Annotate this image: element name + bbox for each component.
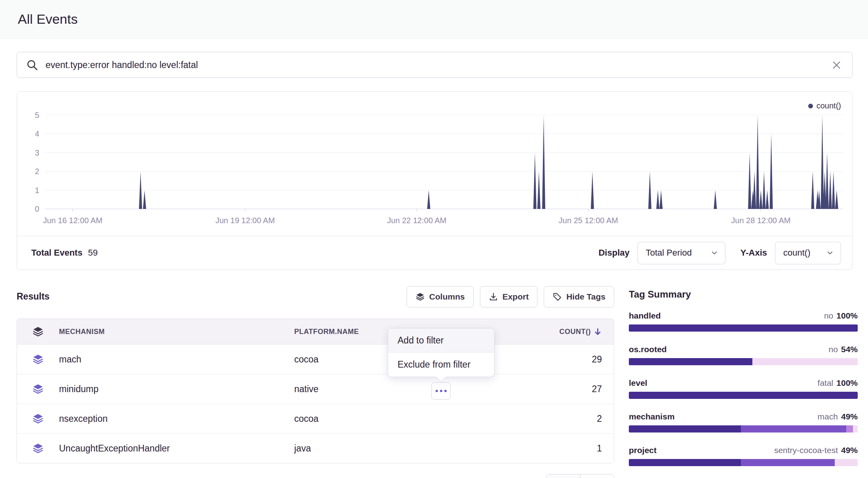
- tag-bar-segment: [629, 425, 741, 432]
- tag-top-value: fatal: [818, 378, 834, 387]
- yaxis-dropdown[interactable]: count(): [775, 242, 841, 264]
- menu-item-add-to-filter[interactable]: Add to filter: [388, 328, 494, 353]
- tag-percent: 49%: [841, 446, 858, 455]
- cell-mechanism: mach: [59, 354, 294, 365]
- tag-name: level: [629, 378, 647, 388]
- tag-item-level: level fatal100%: [629, 378, 858, 399]
- tag-item-handled: handled no100%: [629, 311, 858, 332]
- clear-search-button[interactable]: [830, 58, 843, 72]
- tag-name: handled: [629, 311, 661, 321]
- tag-percent: 49%: [841, 412, 858, 421]
- cell-platform: native: [294, 384, 531, 395]
- chevron-down-icon: [711, 249, 718, 256]
- tag-bar-segment: [741, 425, 846, 432]
- table-row[interactable]: UncaughtExceptionHandler java 1: [17, 433, 614, 463]
- page-header: All Events: [0, 0, 868, 39]
- stack-icon: [17, 353, 59, 365]
- events-chart[interactable]: 012345Jun 16 12:00 AMJun 19 12:00 AMJun …: [17, 92, 853, 233]
- yaxis-label: Y-Axis: [740, 248, 767, 258]
- hide-tags-button[interactable]: Hide Tags: [544, 286, 614, 307]
- columns-button[interactable]: Columns: [407, 286, 474, 307]
- svg-text:5: 5: [35, 111, 39, 120]
- total-events-value: 59: [88, 248, 97, 258]
- export-button[interactable]: Export: [480, 286, 538, 307]
- stack-icon: [17, 383, 59, 395]
- tag-distribution-bar[interactable]: [629, 459, 858, 466]
- tag-bar-segment: [629, 358, 752, 365]
- tag-bar-segment: [846, 425, 853, 432]
- tag-bar-segment: [629, 324, 858, 332]
- tag-distribution-bar[interactable]: [629, 358, 858, 365]
- svg-text:1: 1: [35, 186, 39, 195]
- table-header-row: MECHANISM PLATFORM.NAME COUNT(): [17, 319, 614, 344]
- table-row[interactable]: nsexception cocoa 2: [17, 404, 614, 433]
- tag-icon: [552, 292, 562, 302]
- next-page-button[interactable]: ›: [580, 474, 614, 478]
- search-icon: [26, 59, 38, 71]
- tag-top-value: mach: [818, 412, 838, 421]
- tag-percent: 54%: [841, 345, 858, 354]
- svg-text:Jun 16 12:00 AM: Jun 16 12:00 AM: [43, 216, 103, 225]
- svg-text:Jun 19 12:00 AM: Jun 19 12:00 AM: [215, 216, 275, 225]
- tag-bar-segment: [741, 459, 835, 466]
- page-title: All Events: [18, 11, 78, 27]
- svg-text:4: 4: [35, 129, 39, 138]
- close-icon: [831, 60, 842, 70]
- tag-name: os.rooted: [629, 345, 667, 354]
- cell-count: 2: [531, 414, 614, 424]
- svg-text:2: 2: [35, 167, 39, 176]
- tag-distribution-bar[interactable]: [629, 425, 858, 432]
- tag-top-value: no: [824, 311, 833, 320]
- stack-icon: [17, 413, 59, 425]
- cell-platform: java: [294, 443, 531, 454]
- cell-mechanism: minidump: [59, 384, 294, 395]
- stack-icon: [17, 326, 59, 338]
- results-heading: Results: [17, 291, 49, 302]
- columns-stack-icon: [415, 292, 425, 302]
- tag-percent: 100%: [836, 378, 858, 387]
- chart-footer: Total Events 59 Display Total Period Y-A…: [17, 236, 852, 269]
- chevron-down-icon: [826, 249, 834, 256]
- table-row[interactable]: mach cocoa 29: [17, 344, 614, 374]
- search-input[interactable]: [45, 59, 823, 71]
- cell-platform: cocoa: [294, 414, 531, 424]
- tag-bar-segment: [835, 459, 858, 466]
- svg-text:Jun 25 12:00 AM: Jun 25 12:00 AM: [559, 216, 618, 225]
- chart-legend-count[interactable]: count(): [808, 101, 841, 110]
- search-bar[interactable]: [17, 52, 853, 78]
- tag-top-value: sentry-cocoa-test: [774, 446, 838, 455]
- tag-bar-segment: [629, 392, 858, 399]
- results-toolbar: Columns Export Hide Tags: [407, 286, 614, 307]
- tag-bar-segment: [629, 459, 741, 466]
- previous-page-button[interactable]: ‹: [546, 474, 580, 478]
- events-chart-panel: count() 012345Jun 16 12:00 AMJun 19 12:0…: [17, 91, 853, 270]
- hide-tags-button-label: Hide Tags: [566, 292, 605, 302]
- results-table: MECHANISM PLATFORM.NAME COUNT() mach coc…: [17, 319, 614, 463]
- arrow-down-icon: [594, 328, 602, 336]
- tag-distribution-bar[interactable]: [629, 392, 858, 399]
- display-dropdown-value: Total Period: [646, 248, 692, 258]
- table-row[interactable]: minidump native 27: [17, 374, 614, 404]
- cell-mechanism: UncaughtExceptionHandler: [59, 443, 294, 454]
- yaxis-dropdown-value: count(): [783, 248, 810, 258]
- cell-count: 27: [531, 384, 614, 395]
- tag-item-os-rooted: os.rooted no54%: [629, 345, 858, 365]
- tag-item-project: project sentry-cocoa-test49%: [629, 446, 858, 466]
- tag-distribution-bar[interactable]: [629, 324, 858, 332]
- tag-bar-segment: [853, 425, 858, 432]
- tag-percent: 100%: [836, 311, 858, 320]
- total-events-label: Total Events: [31, 248, 82, 258]
- pagination: ‹ ›: [546, 474, 614, 478]
- cell-count: 29: [531, 354, 614, 365]
- column-header-mechanism[interactable]: MECHANISM: [59, 328, 294, 336]
- tag-item-mechanism: mechanism mach49%: [629, 412, 858, 432]
- tag-top-value: no: [829, 345, 838, 354]
- svg-text:0: 0: [35, 205, 39, 213]
- cell-actions-button[interactable]: [431, 382, 451, 400]
- tag-summary: Tag Summary handled no100% os.rooted no5…: [629, 289, 858, 478]
- count-header-label: COUNT(): [560, 328, 591, 336]
- display-label: Display: [598, 248, 629, 258]
- column-header-count[interactable]: COUNT(): [531, 328, 614, 336]
- export-button-label: Export: [503, 292, 529, 302]
- display-dropdown[interactable]: Total Period: [638, 242, 725, 264]
